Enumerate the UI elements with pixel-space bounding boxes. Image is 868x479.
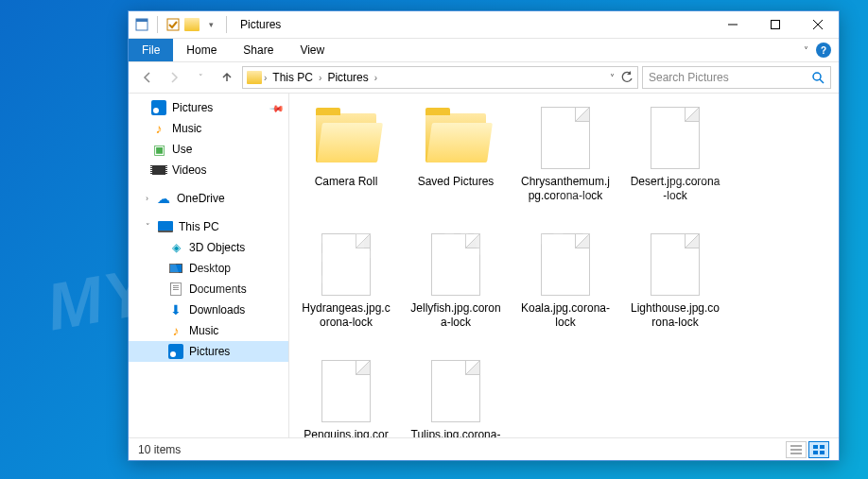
- svg-rect-2: [167, 19, 179, 30]
- svg-line-8: [820, 79, 824, 83]
- nav-item-downloads[interactable]: ⬇ Downloads: [129, 299, 288, 320]
- tab-share[interactable]: Share: [230, 39, 286, 61]
- nav-item-documents[interactable]: Documents: [129, 279, 288, 299]
- breadcrumb-thispc[interactable]: This PC: [269, 71, 317, 84]
- search-box[interactable]: [642, 66, 831, 89]
- file-item[interactable]: Tulips.jpg.corona-lock: [407, 354, 505, 437]
- pictures-icon: [151, 100, 166, 115]
- file-item[interactable]: Hydrangeas.jpg.corona-lock: [297, 228, 395, 351]
- nav-label: Documents: [189, 282, 247, 296]
- folder-icon: [425, 113, 486, 163]
- nav-item-music-quick[interactable]: ♪ Music: [129, 118, 288, 139]
- nav-item-thispc[interactable]: ˅ This PC: [129, 216, 288, 237]
- file-item[interactable]: Koala.jpg.corona-lock: [516, 228, 615, 351]
- file-item[interactable]: Lighthouse.jpg.corona-lock: [626, 228, 724, 351]
- svg-point-7: [813, 73, 821, 80]
- folder-item[interactable]: Camera Roll: [297, 101, 395, 224]
- navigation-pane: Pictures 📌 ♪ Music ▣ Use Videos › ☁ OneD…: [129, 94, 289, 437]
- close-button[interactable]: [796, 11, 839, 39]
- nav-item-3dobjects[interactable]: ◈ 3D Objects: [129, 237, 288, 258]
- breadcrumb-folder-icon: [247, 71, 262, 84]
- back-button[interactable]: [136, 66, 159, 89]
- pictures-icon: [168, 344, 183, 359]
- svg-rect-4: [771, 21, 779, 29]
- documents-icon: [168, 282, 183, 297]
- search-icon[interactable]: [811, 71, 825, 84]
- nav-item-desktop[interactable]: Desktop: [129, 258, 288, 279]
- forward-button[interactable]: [163, 66, 185, 89]
- music-icon: ♪: [168, 323, 183, 338]
- window-title: Pictures: [234, 18, 281, 31]
- file-label: Koala.jpg.corona-lock: [520, 301, 611, 330]
- search-input[interactable]: [649, 71, 806, 84]
- svg-rect-14: [813, 451, 818, 454]
- details-view-button[interactable]: [786, 441, 807, 458]
- breadcrumb[interactable]: › This PC › Pictures › ˅: [242, 66, 638, 89]
- chevron-right-icon[interactable]: ›: [319, 73, 321, 83]
- file-label: Saved Pictures: [418, 175, 495, 189]
- blank-file-icon: [321, 233, 371, 296]
- status-bar: 10 items: [129, 437, 839, 460]
- checkmark-icon[interactable]: [165, 17, 181, 32]
- nav-label: Music: [189, 324, 218, 337]
- maximize-button[interactable]: [754, 11, 796, 39]
- blank-file-icon: [541, 107, 590, 169]
- file-label: Hydrangeas.jpg.corona-lock: [301, 301, 391, 330]
- nav-item-use[interactable]: ▣ Use: [129, 139, 288, 160]
- nav-label: Music: [172, 122, 201, 135]
- refresh-icon[interactable]: [620, 71, 634, 84]
- qat-separator: [226, 16, 227, 33]
- icons-view-button[interactable]: [808, 441, 829, 458]
- nav-item-videos[interactable]: Videos: [129, 160, 288, 180]
- nav-label: Downloads: [189, 303, 245, 316]
- recent-dropdown-icon[interactable]: ˅: [189, 66, 212, 89]
- nav-label: 3D Objects: [189, 241, 245, 254]
- minimize-button[interactable]: [711, 11, 754, 39]
- properties-icon[interactable]: [134, 17, 149, 32]
- music-icon: ♪: [151, 121, 166, 136]
- file-label: Tulips.jpg.corona-lock: [410, 428, 501, 437]
- tab-file[interactable]: File: [129, 39, 173, 61]
- file-label: Jellyfish.jpg.corona-lock: [410, 301, 501, 330]
- chevron-right-icon[interactable]: ›: [374, 73, 377, 83]
- tab-view[interactable]: View: [286, 39, 338, 61]
- file-item[interactable]: Jellyfish.jpg.corona-lock: [407, 228, 505, 351]
- nav-item-music[interactable]: ♪ Music: [129, 320, 288, 341]
- up-button[interactable]: [216, 66, 238, 89]
- qat-dropdown-icon[interactable]: ▾: [203, 17, 218, 32]
- desktop-icon: [168, 261, 183, 276]
- svg-rect-13: [820, 445, 825, 449]
- blank-file-icon: [431, 233, 480, 296]
- folder-icon: [316, 113, 376, 163]
- breadcrumb-pictures[interactable]: Pictures: [323, 71, 372, 84]
- nav-item-onedrive[interactable]: › ☁ OneDrive: [129, 188, 288, 209]
- title-bar: ▾ Pictures: [129, 11, 839, 39]
- tab-home[interactable]: Home: [173, 39, 230, 61]
- nav-item-pictures[interactable]: Pictures: [129, 341, 288, 362]
- videos-icon: [151, 163, 166, 178]
- file-label: Lighthouse.jpg.corona-lock: [630, 301, 720, 330]
- chevron-right-icon[interactable]: ›: [264, 73, 267, 83]
- ribbon-expand-icon[interactable]: ˅: [804, 45, 808, 56]
- item-count: 10 items: [138, 443, 181, 456]
- downloads-icon: ⬇: [168, 302, 183, 317]
- nav-label: Videos: [172, 163, 206, 177]
- file-label: Chrysanthemum.jpg.corona-lock: [520, 175, 611, 203]
- file-list: Camera Roll Saved Pictures Chrysanthemum…: [289, 94, 839, 437]
- nav-label: OneDrive: [177, 192, 225, 205]
- file-item[interactable]: Desert.jpg.corona-lock: [626, 101, 724, 224]
- blank-file-icon: [651, 233, 700, 296]
- address-dropdown-icon[interactable]: ˅: [610, 73, 615, 83]
- file-item[interactable]: Chrysanthemum.jpg.corona-lock: [516, 101, 615, 224]
- nav-label: This PC: [179, 220, 219, 233]
- file-item[interactable]: Penguins.jpg.corona-lock: [297, 354, 395, 437]
- nav-label: Pictures: [189, 345, 230, 358]
- help-icon[interactable]: ?: [816, 43, 831, 58]
- folder-icon[interactable]: [184, 17, 200, 32]
- chevron-down-icon[interactable]: ˅: [146, 222, 150, 231]
- nav-item-pictures-quick[interactable]: Pictures 📌: [129, 97, 288, 118]
- 3dobjects-icon: ◈: [168, 240, 183, 255]
- chevron-right-icon[interactable]: ›: [146, 194, 148, 203]
- folder-item[interactable]: Saved Pictures: [407, 101, 505, 224]
- use-icon: ▣: [151, 142, 166, 157]
